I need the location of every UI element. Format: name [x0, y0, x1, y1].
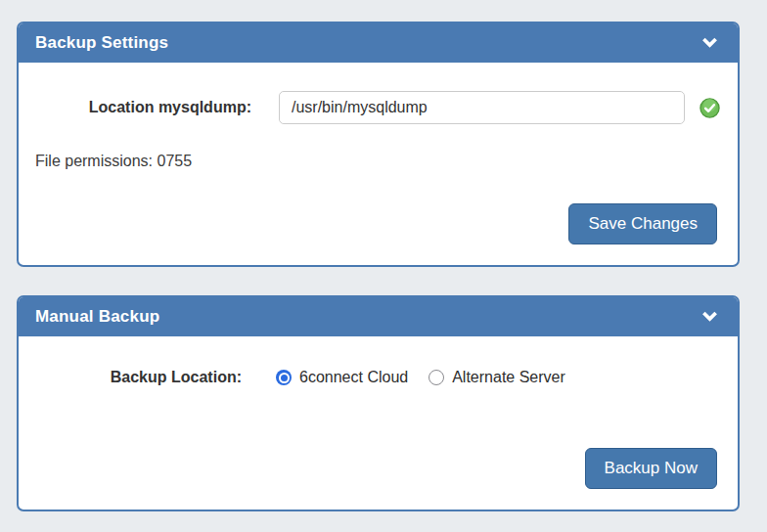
location-mysqldump-row: Location mysqldump: [19, 91, 720, 124]
chevron-down-icon[interactable] [701, 310, 718, 324]
check-circle-icon [699, 98, 720, 118]
panel-title: Manual Backup [35, 307, 159, 327]
radio-option-6connect-cloud[interactable]: 6connect Cloud [276, 369, 408, 386]
backup-now-button[interactable]: Backup Now [585, 448, 717, 489]
radio-option-alternate-server[interactable]: Alternate Server [429, 369, 565, 386]
radio-label: 6connect Cloud [299, 369, 408, 386]
manual-backup-panel: Manual Backup Backup Location: 6connect … [17, 295, 740, 511]
panel-title: Backup Settings [35, 33, 168, 53]
backup-location-radio-group: 6connect Cloud Alternate Server [276, 369, 565, 386]
backup-location-row: Backup Location: 6connect Cloud Alternat… [19, 369, 565, 386]
backup-location-label: Backup Location: [19, 369, 242, 386]
radio-label: Alternate Server [452, 369, 565, 386]
radio-unselected-icon[interactable] [429, 370, 444, 385]
location-mysqldump-input[interactable] [279, 91, 685, 124]
backup-settings-panel: Backup Settings Location mysqldump: [17, 22, 740, 267]
save-changes-button[interactable]: Save Changes [568, 203, 717, 244]
manual-backup-header[interactable]: Manual Backup [19, 297, 738, 336]
page: Backup Settings Location mysqldump: [0, 0, 767, 532]
chevron-down-icon[interactable] [701, 36, 718, 50]
radio-selected-icon[interactable] [276, 370, 292, 385]
file-permissions-text: File permissions: 0755 [35, 153, 192, 170]
manual-backup-body: Backup Location: 6connect Cloud Alternat… [19, 336, 738, 510]
backup-settings-body: Location mysqldump: File permissions: 07… [19, 63, 738, 265]
backup-settings-header[interactable]: Backup Settings [19, 23, 738, 63]
location-mysqldump-label: Location mysqldump: [19, 99, 251, 116]
